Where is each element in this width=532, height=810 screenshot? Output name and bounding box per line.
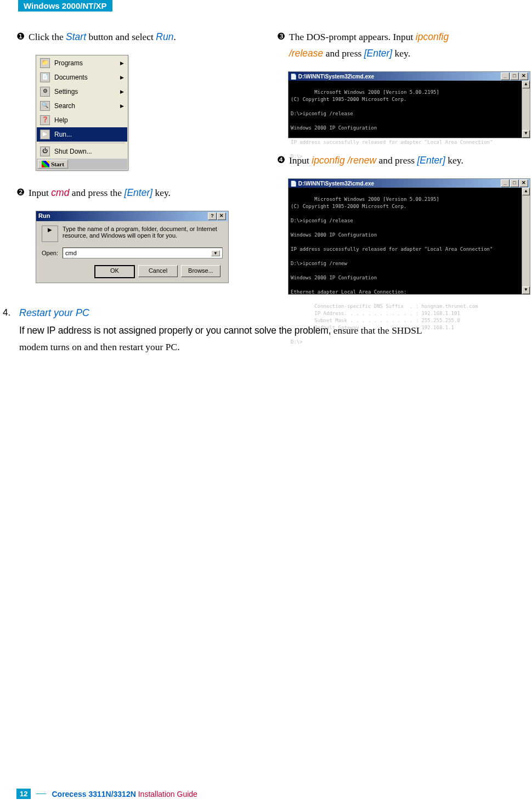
windows-logo-icon [42,161,49,167]
help-icon: ❓ [40,115,50,125]
gear-icon: ⚙ [40,87,50,97]
step-text: /release and press [Enter] key. [289,45,410,61]
scroll-down-icon: ▼ [522,130,530,138]
scroll-up-icon: ▲ [522,188,530,195]
dropdown-icon: ▼ [211,250,220,256]
section-title: Restart your PC [19,307,525,319]
folder-icon: 📁 [40,58,50,68]
maximize-icon: □ [510,179,519,187]
cmd-titlebar: 📄 D:\WINNT\System32\cmd.exe _ □ ✕ [288,179,530,188]
chevron-right-icon: ▶ [120,60,124,66]
keyword-run: Run [156,31,173,42]
run-icon: ▶ [40,130,50,139]
step-3: ❸ The DOS-prompt appears. Input ipconfig… [277,29,529,61]
menu-item-search: 🔍 Search ▶ [37,99,127,113]
dialog-description: ▶ Type the name of a program, folder, do… [42,226,223,242]
open-label: Open: [42,250,58,256]
step-text: Input ipconfig /renew and press [Enter] … [289,152,463,168]
search-icon: 🔍 [40,101,50,111]
close-icon: ✕ [519,179,528,187]
menu-item-help: ❓ Help [37,113,127,127]
page-footer: 12 Corecess 3311N/3312N Installation Gui… [16,789,197,799]
cmd-output: Microsoft Windows 2000 [Version 5.00.219… [288,81,530,138]
close-icon: ✕ [217,212,226,220]
section-number: 4. [0,307,19,355]
menu-item-settings: ⚙ Settings ▶ [37,85,127,99]
scroll-up-icon: ▲ [522,81,530,88]
step-2: ❷ Input cmd and press the [Enter] key. [16,184,269,201]
cmd-output: Microsoft Windows 2000 [Version 5.00.219… [288,188,530,294]
cmd-window-release: 📄 D:\WINNT\System32\cmd.exe _ □ ✕ Micros… [288,71,530,138]
open-input: cmd ▼ [63,248,223,258]
key-enter: [Enter] [124,187,153,198]
key-enter: [Enter] [364,48,393,59]
run-icon: ▶ [42,226,58,242]
chevron-right-icon: ▶ [120,89,124,94]
menu-item-run: ▶ Run... [37,127,127,142]
scrollbar: ▲ ▼ [522,188,530,294]
chevron-right-icon: ▶ [120,75,124,80]
section-tab: Windows 2000/NT/XP [18,0,112,12]
menu-item-documents: 📄 Documents ▶ [37,70,127,85]
step-number: ❶ [16,29,29,45]
run-dialog-screenshot: Run ? ✕ ▶ Type the name of a program, fo… [36,211,229,283]
minimize-icon: _ [501,179,510,187]
scroll-down-icon: ▼ [522,286,530,294]
help-icon: ? [208,212,217,220]
minimize-icon: _ [501,72,510,80]
scrollbar: ▲ ▼ [522,81,530,138]
start-button: Start [38,160,68,168]
step-4: ❹ Input ipconfig /renew and press [Enter… [277,152,529,168]
menu-item-programs: 📁 Programs ▶ [37,56,127,70]
key-enter: [Enter] [417,155,445,166]
step-number: ❸ [277,29,289,45]
close-icon: ✕ [519,72,528,80]
dialog-titlebar: Run ? ✕ [36,211,228,221]
maximize-icon: □ [510,72,519,80]
step-number: ❷ [16,184,29,201]
page-number: 12 [16,789,31,799]
menu-item-shutdown: ⏻ Shut Down... [37,144,127,159]
step-number: ❹ [277,152,289,168]
document-icon: 📄 [40,72,50,82]
cmd-titlebar: 📄 D:\WINNT\System32\cmd.exe _ □ ✕ [288,72,530,81]
section-body: If new IP address is not assigned proper… [19,322,525,355]
ok-button: OK [94,265,135,278]
cmd-window-renew: 📄 D:\WINNT\System32\cmd.exe _ □ ✕ Micros… [288,178,530,295]
taskbar: Start [37,159,127,170]
step-text: Click the Start button and select Run. [29,29,176,45]
browse-button: Browse... [181,265,220,277]
step-1: ❶ Click the Start button and select Run. [16,29,269,45]
step-text: The DOS-prompt appears. Input ipconfig [289,29,529,45]
keyword-start: Start [66,31,86,42]
footer-text: Corecess 3311N/3312N Installation Guide [52,790,197,798]
chevron-right-icon: ▶ [120,103,124,109]
command-ipconfig: ipconfig [416,31,449,42]
divider [39,143,125,143]
step-text: Input cmd and press the [Enter] key. [29,184,171,201]
command-release: /release [289,48,323,59]
command-cmd: cmd [51,187,69,198]
power-icon: ⏻ [40,147,50,156]
section-restart: 4. Restart your PC If new IP address is … [0,307,525,355]
command-renew: ipconfig /renew [312,155,376,166]
start-menu-screenshot: 📁 Programs ▶ 📄 Documents ▶ ⚙ Settings ▶ … [36,55,128,171]
divider [36,794,46,794]
cancel-button: Cancel [138,265,178,277]
